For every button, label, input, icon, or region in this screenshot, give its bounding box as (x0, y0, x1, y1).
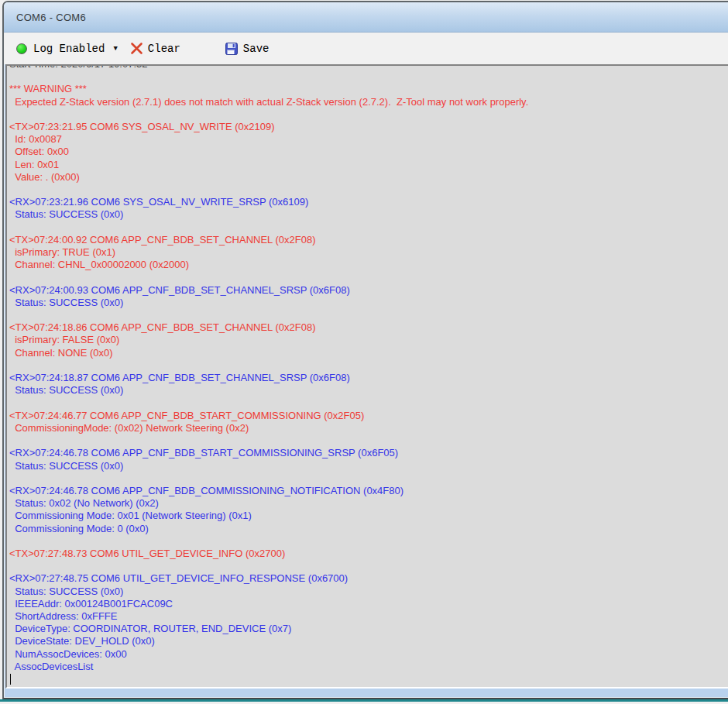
log-line (9, 108, 728, 121)
text-caret (10, 674, 11, 685)
log-line: <TX>07:24:00.92 COM6 APP_CNF_BDB_SET_CHA… (9, 234, 728, 246)
log-line: <RX>07:24:18.87 COM6 APP_CNF_BDB_SET_CHA… (9, 372, 728, 384)
log-line (9, 560, 728, 572)
save-floppy-icon (225, 43, 238, 55)
terminal-window: COM6 - COM6 Log Enabled ▼ Clear (2, 1, 728, 699)
log-line: Offset: 0x00 (9, 146, 728, 158)
log-line: Value: . (0x00) (9, 171, 728, 184)
chevron-down-icon[interactable]: ▼ (113, 45, 117, 53)
log-line (9, 472, 728, 485)
log-line: Commissioning Mode: 0 (0x0) (9, 523, 728, 535)
log-line: Id: 0x0087 (9, 133, 728, 146)
log-content: Start Time: 2020/6/17 19:07:32 *** WARNI… (9, 64, 728, 685)
log-line: Len: 0x01 (9, 159, 728, 171)
log-line: Start Time: 2020/6/17 19:07:32 (9, 64, 728, 70)
log-line: <RX>07:24:00.93 COM6 APP_CNF_BDB_SET_CHA… (9, 284, 728, 297)
desktop-background: COM6 - COM6 Log Enabled ▼ Clear (0, 0, 728, 704)
window-titlebar[interactable]: COM6 - COM6 (4, 2, 728, 33)
save-button[interactable]: Save (221, 40, 274, 57)
log-line (9, 309, 728, 321)
log-enabled-button[interactable]: Log Enabled ▼ (12, 40, 122, 57)
log-line: Channel: CHNL_0x00002000 (0x2000) (9, 259, 728, 271)
log-caret-line (9, 673, 728, 685)
log-line: <RX>07:24:46.78 COM6 APP_CNF_BDB_COMMISS… (9, 485, 728, 497)
log-line (9, 359, 728, 372)
log-line: <TX>07:23:21.95 COM6 SYS_OSAL_NV_WRITE (… (9, 121, 728, 133)
log-line (9, 434, 728, 447)
log-line (9, 70, 728, 83)
log-line (9, 397, 728, 409)
log-line: ShortAddress: 0xFFFE (9, 610, 728, 623)
log-line (9, 222, 728, 234)
log-line: <RX>07:23:21.96 COM6 SYS_OSAL_NV_WRITE_S… (9, 196, 728, 208)
clear-label: Clear (148, 43, 180, 55)
log-line: NumAssocDevices: 0x00 (9, 648, 728, 661)
log-line: DeviceState: DEV_HOLD (0x0) (9, 635, 728, 647)
log-line: Commissioning Mode: 0x01 (Network Steeri… (9, 510, 728, 522)
log-line (9, 271, 728, 283)
window-title: COM6 - COM6 (16, 12, 86, 23)
clear-x-icon (130, 42, 143, 55)
bottom-edge-strip (0, 699, 728, 702)
log-status-icon (16, 43, 27, 54)
log-line: Status: 0x02 (No Network) (0x2) (9, 497, 728, 510)
log-line: <TX>07:24:18.86 COM6 APP_CNF_BDB_SET_CHA… (9, 321, 728, 334)
log-line (9, 535, 728, 548)
log-enabled-label: Log Enabled (33, 43, 105, 55)
log-output[interactable]: Start Time: 2020/6/17 19:07:32 *** WARNI… (5, 64, 728, 689)
log-line: Channel: NONE (0x0) (9, 347, 728, 359)
log-line (9, 184, 728, 196)
log-line: Status: SUCCESS (0x0) (9, 586, 728, 598)
clear-button[interactable]: Clear (125, 39, 185, 57)
log-line: *** WARNING *** (9, 83, 728, 95)
log-line: <TX>07:24:46.77 COM6 APP_CNF_BDB_START_C… (9, 410, 728, 422)
toolbar: Log Enabled ▼ Clear Save (4, 33, 728, 64)
log-line: DeviceType: COORDINATOR, ROUTER, END_DEV… (9, 623, 728, 635)
log-line: isPrimary: FALSE (0x0) (9, 334, 728, 346)
log-line: Status: SUCCESS (0x0) (9, 297, 728, 309)
save-label: Save (243, 43, 270, 55)
log-line: <RX>07:24:46.78 COM6 APP_CNF_BDB_START_C… (9, 447, 728, 459)
log-line: Status: SUCCESS (0x0) (9, 460, 728, 472)
log-line: Expected Z-Stack version (2.7.1) does no… (9, 96, 728, 108)
log-line: Status: SUCCESS (0x0) (9, 208, 728, 221)
log-line: <RX>07:27:48.75 COM6 UTIL_GET_DEVICE_INF… (9, 572, 728, 585)
log-line: <TX>07:27:48.73 COM6 UTIL_GET_DEVICE_INF… (9, 548, 728, 560)
log-line: isPrimary: TRUE (0x1) (9, 246, 728, 259)
log-line: AssocDevicesList (9, 661, 728, 673)
log-line: Status: SUCCESS (0x0) (9, 384, 728, 397)
log-line: CommissioningMode: (0x02) Network Steeri… (9, 422, 728, 434)
log-line: IEEEAddr: 0x00124B001FCAC09C (9, 598, 728, 610)
